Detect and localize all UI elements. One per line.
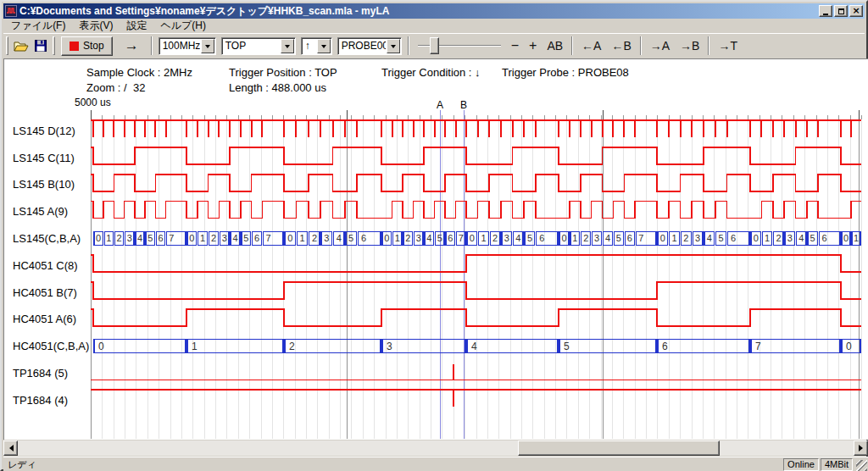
- bus-value: 0: [754, 233, 759, 243]
- channel-row: LS145(C,B,A)0123456701234567012345601234…: [13, 231, 860, 245]
- bus-value: 5: [348, 233, 353, 243]
- bus-value: 1: [300, 233, 305, 243]
- bus-cell: [187, 340, 283, 353]
- dropdown-button[interactable]: [387, 39, 400, 53]
- menu-item-0[interactable]: ファイル(F): [4, 18, 72, 34]
- bus-value: 2: [776, 233, 781, 243]
- bus-value: 2: [289, 341, 295, 352]
- toolbar-grip: [53, 36, 55, 55]
- bus-value: 5: [810, 233, 815, 243]
- channel-row: HC4051 B(7): [13, 282, 861, 299]
- scrollbar-thumb[interactable]: [518, 441, 720, 456]
- bus-value: 0: [846, 341, 852, 352]
- app-window: C:¥Documents and Settings¥noname¥デスクトップ¥…: [0, 0, 868, 471]
- toolbar-separator: [571, 36, 573, 55]
- channel-row: LS145 B(10): [13, 175, 861, 191]
- run-button[interactable]: →: [116, 37, 147, 54]
- scrollbar-track[interactable]: [18, 441, 854, 456]
- menu-bar: ファイル(F)表示(V)設定ヘルプ(H): [3, 19, 865, 33]
- menu-item-3[interactable]: ヘルプ(H): [153, 18, 213, 34]
- toolbar-separator: [708, 36, 709, 55]
- waveform: [91, 282, 861, 299]
- bus-value: 1: [481, 233, 486, 243]
- bus-value: 5: [564, 341, 570, 352]
- channel-label: HC4051(C,B,A): [13, 340, 89, 352]
- bus-value: 6: [822, 233, 827, 243]
- save-button[interactable]: [31, 36, 50, 55]
- bus-value: 5: [437, 233, 442, 243]
- dropdown-button[interactable]: [317, 39, 331, 53]
- zoom-in-button[interactable]: +: [524, 36, 542, 55]
- ab-range-button[interactable]: AB: [542, 37, 568, 54]
- bus-value: 3: [222, 233, 227, 243]
- sample-clock-select[interactable]: 100MHz: [159, 37, 216, 55]
- scroll-right-button[interactable]: [854, 441, 868, 456]
- zoom-out-button[interactable]: −: [506, 36, 524, 55]
- scroll-left-button[interactable]: [3, 441, 18, 456]
- status-online-badge: Online: [783, 458, 819, 471]
- channel-row: HC4051 A(6): [13, 309, 861, 326]
- close-button[interactable]: ×: [849, 5, 863, 17]
- bus-value: 3: [387, 341, 392, 352]
- bus-value: 7: [169, 233, 174, 243]
- trigger-position-select[interactable]: TOP: [221, 37, 296, 55]
- bus-value: 5: [147, 233, 153, 243]
- bus-value: 3: [695, 233, 700, 243]
- bus-value: 1: [106, 233, 111, 243]
- waveform: [91, 175, 861, 191]
- bus-value: 0: [660, 233, 665, 243]
- dropdown-button[interactable]: [201, 39, 214, 53]
- goto-a-back-button[interactable]: ←A: [576, 37, 606, 54]
- dropdown-button[interactable]: [281, 39, 294, 53]
- bus-value: 2: [211, 233, 216, 243]
- channel-label: LS145 A(9): [13, 205, 68, 218]
- bus-value: 4: [137, 233, 142, 243]
- menu-item-1[interactable]: 表示(V): [72, 18, 120, 34]
- trigger-edge-select[interactable]: ↑: [301, 37, 332, 55]
- channel-label: LS145 D(12): [13, 125, 75, 137]
- resize-grip[interactable]: [856, 460, 867, 471]
- bus-value: 2: [492, 233, 498, 243]
- trigger-edge-value: ↑: [302, 40, 316, 52]
- bus-value: 3: [787, 233, 793, 243]
- sample-clock-value: 100MHz: [159, 40, 200, 52]
- bus-value: 6: [731, 233, 736, 243]
- title-bar[interactable]: C:¥Documents and Settings¥noname¥デスクトップ¥…: [3, 3, 865, 19]
- goto-a-fwd-button[interactable]: →A: [645, 37, 675, 54]
- bus-value: 7: [459, 233, 464, 243]
- goto-trigger-button[interactable]: →T: [713, 37, 743, 54]
- window-title: C:¥Documents and Settings¥noname¥デスクトップ¥…: [19, 4, 389, 19]
- cursor-a-label: A: [437, 99, 443, 111]
- waveform-plot[interactable]: ABLS145 D(12)LS145 C(11)LS145 B(10)LS145…: [2, 58, 868, 440]
- stop-icon: [70, 42, 79, 51]
- cursor-b-label: B: [460, 99, 467, 111]
- zoom-slider-thumb[interactable]: [430, 37, 439, 54]
- open-folder-icon: [14, 40, 29, 52]
- bus-value: 5: [616, 233, 621, 243]
- minimize-icon: [823, 14, 828, 15]
- menu-item-2[interactable]: 設定: [120, 18, 153, 34]
- channel-label: HC4051 C(8): [13, 259, 78, 272]
- bus-value: 4: [605, 233, 610, 243]
- bus-value: 2: [683, 233, 688, 243]
- bus-value: 0: [561, 233, 566, 243]
- bus-value: 3: [594, 233, 599, 243]
- bus-value: 4: [337, 233, 342, 243]
- maximize-button[interactable]: [834, 5, 848, 17]
- goto-b-fwd-button[interactable]: →B: [675, 37, 704, 54]
- stop-button[interactable]: Stop: [61, 36, 113, 56]
- bus-value: 3: [504, 233, 509, 243]
- horizontal-scrollbar[interactable]: [3, 441, 868, 456]
- minimize-button[interactable]: [819, 5, 832, 17]
- channel-label: TP1684 (5): [13, 367, 68, 380]
- status-ready-text: レディ: [3, 458, 783, 471]
- bus-value: 6: [254, 233, 259, 243]
- channel-label: LS145 C(11): [13, 152, 75, 164]
- waveform: [91, 309, 861, 326]
- zoom-slider[interactable]: [418, 36, 501, 55]
- trigger-probe-select[interactable]: PROBE00: [337, 37, 402, 55]
- goto-b-back-button[interactable]: ←B: [606, 37, 636, 54]
- open-file-button[interactable]: [11, 36, 31, 55]
- waveform: [91, 202, 861, 219]
- bus-value: 6: [627, 233, 632, 243]
